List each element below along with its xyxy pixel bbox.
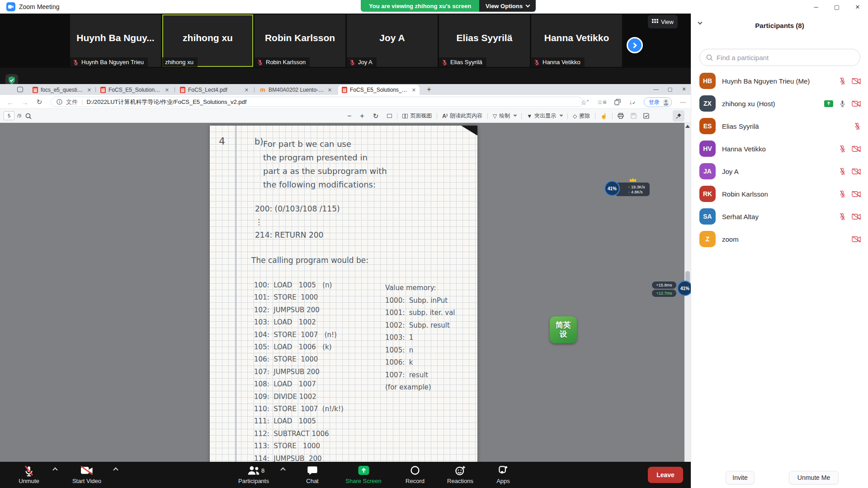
browser-minimize-button[interactable]: —: [649, 84, 663, 94]
video-tile[interactable]: Elias Syyrilä Elias Syyrilä: [439, 14, 530, 67]
add-favorite-icon[interactable]: ☆+: [581, 99, 589, 106]
share-screen-button[interactable]: Share Screen: [340, 464, 387, 486]
participant-row[interactable]: HB Huynh Ba Nguyen Trieu (Me): [691, 70, 868, 92]
program-line: 112: SUBTRACT 1006: [254, 428, 344, 440]
browser-tab-1[interactable]: focs_e5_questions.pdf ✕: [29, 85, 95, 95]
tab-close-icon[interactable]: ✕: [412, 87, 416, 93]
browser-tab-4[interactable]: m BM40A0202 Luento-opetus 10.1 ✕: [256, 85, 335, 95]
moodle-site-icon: m: [259, 87, 266, 93]
chevron-down-icon[interactable]: [514, 113, 517, 117]
start-video-button[interactable]: Start Video: [64, 464, 109, 486]
audio-options-chevron[interactable]: [52, 467, 57, 472]
muted-mic-icon: [854, 122, 861, 130]
video-tile[interactable]: Robin Karlsson Robin Karlsson: [255, 14, 345, 67]
back-icon[interactable]: ←: [5, 97, 15, 107]
ping-up-label: +15.8ms: [652, 282, 676, 289]
file-scheme-label: 文件: [66, 98, 78, 106]
fit-page-icon[interactable]: [387, 114, 392, 118]
tab-close-icon[interactable]: ✕: [328, 87, 332, 93]
page-number-input[interactable]: 5: [4, 111, 14, 120]
chat-button[interactable]: Chat: [297, 464, 328, 486]
pdf-search-icon[interactable]: [25, 109, 32, 123]
print-icon[interactable]: [618, 113, 624, 119]
browser-tab-2[interactable]: FoCS_E5_Solutions_v2.pdf ✕: [97, 85, 173, 95]
participant-row[interactable]: HV Hanna Vetikko: [691, 137, 868, 160]
chevron-down-icon[interactable]: [560, 113, 563, 117]
browser-tab-5-active[interactable]: FoCS_E5_Solutions_v2.pdf ✕: [338, 85, 420, 95]
hand-tool-icon[interactable]: ☝: [600, 113, 607, 119]
address-url: D:/2022LUT计算机科学导论/作业/FoCS_E5_Solutions_v…: [86, 98, 246, 106]
close-button[interactable]: ✕: [847, 0, 868, 14]
participant-row[interactable]: JA Joy A: [691, 160, 868, 183]
record-button[interactable]: Record: [397, 464, 433, 486]
address-bar[interactable]: 文件 | D:/2022LUT计算机科学导论/作业/FoCS_E5_Soluti…: [51, 97, 583, 107]
browser-menu-icon[interactable]: ⋯: [680, 99, 686, 106]
draw-button[interactable]: 绘制: [499, 112, 510, 120]
next-participants-button[interactable]: [627, 37, 643, 53]
view-options-button[interactable]: View Options: [479, 0, 536, 12]
favorites-bar-icon[interactable]: ☆≡: [597, 99, 607, 106]
sign-in-button[interactable]: 登录: [644, 97, 672, 107]
video-options-chevron[interactable]: [113, 467, 118, 472]
video-tile[interactable]: Hanna Vetikko Hanna Vetikko: [531, 14, 622, 67]
highlight-button[interactable]: 突出显示: [534, 112, 556, 120]
participant-name: Hanna Vetikko: [722, 145, 766, 153]
save-as-icon[interactable]: [643, 113, 649, 119]
participant-status-icons: [839, 77, 861, 85]
participant-row[interactable]: SA Serhat Altay: [691, 205, 868, 228]
participants-panel: Participants (8) Find a participant HB H…: [691, 14, 868, 488]
tab-search-icon[interactable]: [17, 87, 23, 92]
read-aloud-button[interactable]: 朗读此页内容: [450, 112, 482, 120]
pdf-content-area[interactable]: 4 b) For part b we can usethe program pr…: [0, 123, 691, 462]
tab-close-icon[interactable]: ✕: [87, 87, 91, 93]
tab-close-icon[interactable]: ✕: [245, 87, 249, 93]
apps-button[interactable]: Apps: [488, 464, 518, 486]
unmute-button[interactable]: Unmute: [10, 464, 48, 486]
page-view-button[interactable]: 页面视图: [410, 112, 432, 120]
muted-mic-icon: [257, 59, 263, 66]
save-icon[interactable]: [631, 113, 637, 119]
video-tile[interactable]: Huynh Ba Nguy... Huynh Ba Nguyen Trieu: [70, 14, 161, 67]
unmute-me-button[interactable]: Unmute Me: [789, 471, 839, 484]
minimize-button[interactable]: ─: [806, 0, 826, 14]
refresh-icon[interactable]: ↻: [34, 97, 44, 107]
forward-icon[interactable]: →: [20, 97, 30, 107]
downloads-icon[interactable]: ↓✔: [629, 99, 636, 106]
zoom-out-icon[interactable]: −: [347, 112, 351, 120]
browser-maximize-button[interactable]: ▢: [663, 84, 677, 94]
browser-close-button[interactable]: ✕: [677, 84, 691, 94]
participant-row[interactable]: ZX zhihong xu (Host): [691, 92, 868, 115]
scroll-up-icon[interactable]: [685, 125, 690, 128]
reactions-button[interactable]: Reactions: [439, 464, 481, 486]
problem-number: 4: [219, 136, 225, 147]
participant-row[interactable]: Z zoom: [691, 228, 868, 250]
video-tile[interactable]: Joy A Joy A: [347, 14, 438, 67]
ping-overlay[interactable]: +15.8ms +12.7ms 41%: [652, 280, 691, 298]
leave-button[interactable]: Leave: [648, 467, 683, 483]
rotate-icon[interactable]: ↻: [373, 112, 379, 120]
participant-row[interactable]: ES Elias Syyrilä: [691, 115, 868, 137]
video-tile[interactable]: zhihong xu zhihong xu: [162, 14, 253, 67]
meeting-toolbar: Unmute Start Video 8 Participants Chat S…: [0, 462, 691, 488]
maximize-button[interactable]: ▢: [826, 0, 847, 14]
collections-icon[interactable]: [614, 99, 621, 105]
view-layout-button[interactable]: View: [648, 15, 678, 28]
desktop-app-icon[interactable]: 简英 设: [550, 316, 577, 343]
invite-button[interactable]: Invite: [726, 471, 755, 484]
participants-button[interactable]: 8 Participants: [229, 464, 278, 486]
new-tab-button[interactable]: +: [424, 85, 434, 94]
title-bar: Zoom Meeting You are viewing zhihong xu'…: [0, 0, 868, 14]
network-speed-overlay[interactable]: ↑ 19.3K/s ↓ 4.8K/s 41%: [604, 178, 650, 198]
zoom-in-icon[interactable]: +: [360, 112, 364, 120]
address-bar-actions: ☆+ ☆≡ ↓✔ 登录 ⋯: [581, 97, 686, 107]
chat-icon: [307, 465, 318, 475]
pin-toolbar-button[interactable]: [673, 110, 684, 122]
muted-mic-icon: [839, 190, 846, 198]
search-participant-input[interactable]: Find a participant: [699, 49, 860, 66]
browser-tab-3[interactable]: FoCS_Lect4.pdf ✕: [176, 85, 252, 95]
erase-button[interactable]: 擦除: [579, 112, 590, 120]
tab-close-icon[interactable]: ✕: [165, 87, 169, 93]
program-line: 107: JUMPSUB 200: [254, 366, 344, 378]
participant-row[interactable]: RK Robin Karlsson: [691, 183, 868, 205]
participants-options-chevron[interactable]: [280, 467, 285, 472]
